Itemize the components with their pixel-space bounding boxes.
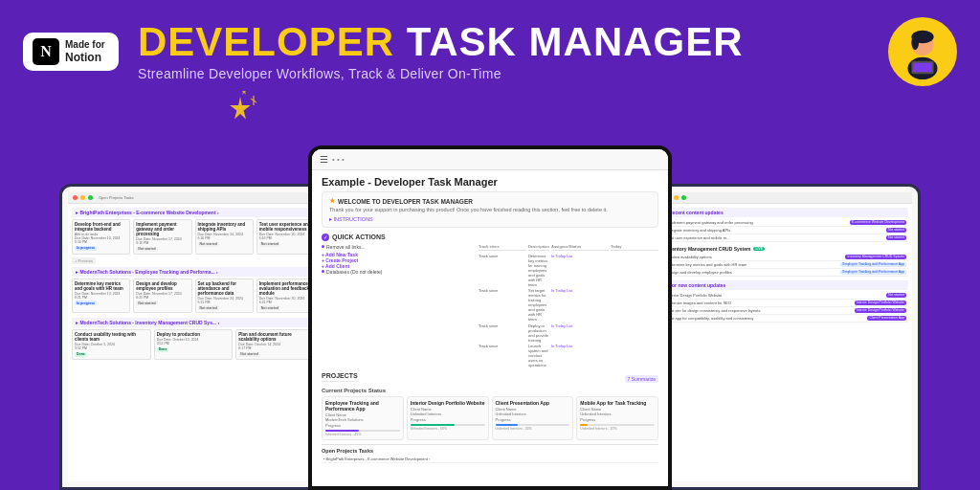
col-header-today: Today [611,244,658,251]
dot-green [88,195,93,200]
qa-task-row-2: Track since Set target metrics for train… [479,288,658,322]
qa-left-col: Remove all links... + Add New Task + Cre… [322,244,475,368]
task-card: Conduct usability testing with clients t… [72,329,151,360]
task-due: Due Date: November 13, 2024 [75,292,127,296]
task-title: Determine key metrics and goals with HR … [75,281,127,291]
qa-task-track: Track since [479,288,526,322]
right-row-3: Test user experience and mobile re... No… [665,234,908,242]
task-row-2: Determine key metrics and goals with HR … [72,278,315,314]
task-title: Integrate inventory and shipping APIs [198,222,251,232]
left-screen-content: Open Projects Tasks ▸ BrightPath Enterpr… [68,192,319,481]
notion-badge: N Made for Notion [23,33,119,71]
dot-green [681,195,686,200]
left-prev-button[interactable]: + Previous [72,257,315,263]
star-icon: ★ [329,197,335,205]
right-s3-row-3: Test site for design consistency and res… [665,307,908,315]
dot-yellow [674,195,679,200]
task-card: Plan and document future scalability opt… [235,329,315,360]
center-top-bar: ☰ • • • [312,149,668,170]
qa-task-status: In Today List [551,288,609,322]
dot-red [73,195,78,200]
qa-task-today [611,288,658,322]
project-client-name: ModernTech Solutions [325,417,400,422]
left-screen-header: Open Projects Tasks [68,192,319,204]
inv-row-text: Review availability options [667,255,712,259]
qa-text: Databases (Do not delete) [326,269,382,275]
col-header-track: Track since [479,244,526,251]
right-s3-badge: Not started [886,293,906,298]
task-time: 6:16 PM [198,236,251,240]
project-title: Interior Design Portfolio Website [411,400,485,406]
inventory-header: Inventory Management CRUD System LIVE [665,246,908,252]
right-s3-badge: Client Presentation App [867,316,906,321]
qa-right-col: Track since Description Assignee/Status … [479,244,658,368]
qa-task-desc: Determine key metrics for training emplo… [528,254,549,287]
project-client-name: Unlimited Interiors [580,412,655,416]
welcome-box: ★ WELCOME TO DEVELOPER TASK MANAGER Than… [322,191,658,228]
right-s3-row-4: Test app for compatibility, usability an… [665,315,908,323]
right-content-updates: Recent content updates [665,208,908,217]
project-card-1: Employee Tracking and Performance App Cl… [322,396,404,440]
task-card: Integrate inventory and shipping APIs Du… [195,219,254,255]
summarize-btn[interactable]: 7 Summarize [625,375,658,383]
welcome-text: Thank you for your support in purchasing… [329,207,651,214]
status-badge: Not started [136,247,157,252]
project-progress-label: Progress [496,417,570,422]
svg-marker-1 [241,91,248,95]
quick-actions-section: ✓ QUICK ACTIONS Remove all links... + Ad… [322,234,658,368]
qa-task-today [611,344,658,368]
status-badge: In progress [75,301,97,305]
avatar [888,17,957,86]
right-s3-text: Test site for design consistency and res… [667,308,760,313]
qa-task-status: In Today List [551,254,609,287]
open-task-row-1: • BrightPath Enterprises - E-commerce We… [322,456,658,463]
task-title: Deploy to production [157,332,231,337]
qa-task-status: In Today List [551,323,609,343]
project-progress-bar [580,424,655,426]
project-card-4: Mobile App for Task Tracking Client Name… [576,396,658,440]
projects-status-label: Current Projects Status [322,388,658,393]
qa-task-today [611,254,658,287]
right-s3-badge: Interior Design Portfolio Website [855,308,906,313]
task-due: Due Date: November 30, 2024 [259,297,312,301]
instructions-link[interactable]: ▸ INSTRUCTIONS [329,216,651,222]
task-time: 6:16 PM [75,240,127,244]
title-rest: TASK MANAGER [394,19,744,64]
badge-text: Made for Notion [65,39,105,64]
left-screen-body: ▸ BrightPath Enterprises - E-commerce We… [68,204,319,366]
task-time: 3:52 PM [75,346,148,350]
status-badge: Not started [259,242,280,247]
task-title: Conduct usability testing with clients t… [75,332,148,342]
project-progress-fill [411,424,456,426]
qa-table-header: Track since Description Assignee/Status … [479,244,658,252]
qa-bullet [322,245,324,248]
qa-task-row-3: Track since Deploy to production and pro… [479,323,658,343]
open-tasks-label: Open Projects Tasks [322,448,658,454]
right-screen-content: Recent content updates Implement payment… [661,192,912,481]
project-card-2: Interior Design Portfolio Website Client… [407,396,489,440]
tablet-left: Open Projects Tasks ▸ BrightPath Enterpr… [59,184,327,490]
project-progress-bar [496,424,570,426]
right-s3-text: Optimize images and content for SEO [667,301,731,305]
right-screen-header [661,192,912,204]
task-card: Develop front-end and integrate backend … [72,219,130,255]
task-title: Implement payment gateway and order proc… [136,222,189,236]
screens-container: Open Projects Tasks ▸ BrightPath Enterpr… [0,136,980,490]
col-header-desc: Description [528,244,549,251]
right-badge: Not started [886,228,906,233]
svg-point-8 [911,35,919,51]
project-progress-label: Progress [325,423,400,428]
status-badge: In progress [75,246,97,251]
breadcrumb-dots: • • • [332,155,345,164]
svg-rect-10 [913,63,931,73]
qa-grid: Remove all links... + Add New Task + Cre… [322,244,658,368]
right-section-3-header: For new content updates [665,280,908,290]
status-badge: Not started [198,305,219,310]
svg-marker-0 [230,97,251,119]
task-title: Plan and document future scalability opt… [238,332,312,342]
inv-badge-blue: Employee Tracking and Performance App [840,262,906,267]
projects-header: PROJECTS 7 Summarize [322,372,658,385]
qa-item[interactable]: Remove all links... [322,244,475,250]
qa-task-desc: Deploy to production and provide trainin… [528,323,549,343]
inv-row-text: Determine key metrics and goals with HR … [667,262,746,267]
